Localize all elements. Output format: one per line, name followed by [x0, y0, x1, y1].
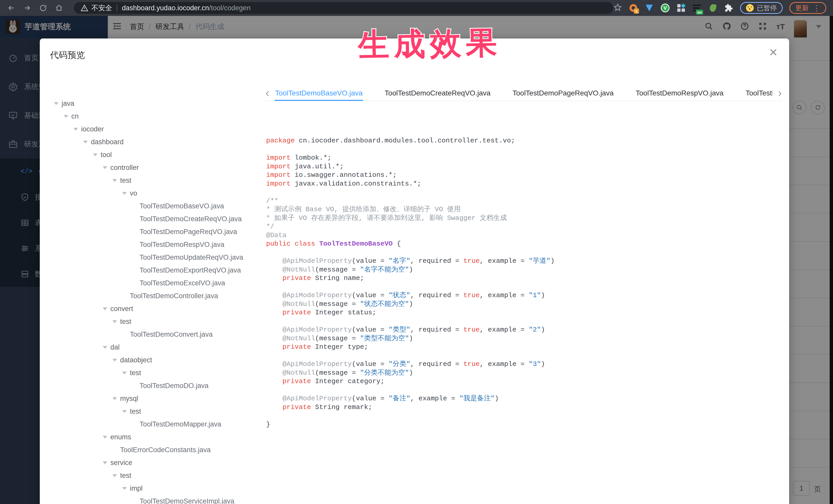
tree-expand-caret-icon[interactable]: [93, 153, 101, 156]
code-line: [266, 283, 781, 291]
extension-grid-icon[interactable]: [676, 3, 686, 13]
code-preview-modal: 代码预览 ✕ javacniocoderdashboardtoolcontrol…: [40, 39, 789, 504]
tree-expand-caret-icon[interactable]: [103, 346, 110, 349]
tree-expand-caret-icon[interactable]: [103, 166, 110, 169]
tree-folder[interactable]: vo: [54, 187, 262, 200]
tree-expand-caret-icon[interactable]: [112, 474, 120, 477]
extension-badge-icon[interactable]: 1: [629, 3, 638, 13]
tree-node-label: ToolTestDemoServiceImpl.java: [140, 497, 234, 504]
modal-title: 代码预览: [50, 49, 85, 61]
code-view[interactable]: package cn.iocoder.dashboard.modules.too…: [266, 137, 781, 429]
code-tab-1[interactable]: ToolTestDemoCreateReqVO.java: [384, 88, 491, 101]
tree-folder[interactable]: test: [54, 366, 262, 379]
browser-menu-dots-icon[interactable]: ⋮: [813, 6, 820, 10]
close-icon[interactable]: ✕: [769, 47, 778, 58]
extension-green-v-icon[interactable]: V: [661, 3, 670, 13]
code-line: import javax.validation.constraints.*;: [266, 179, 781, 188]
url-host: dashboard.yudao.iocoder.cn: [122, 4, 209, 12]
code-line: public class ToolTestDemoBaseVO {: [266, 240, 781, 248]
tree-file[interactable]: ToolErrorCodeConstants.java: [54, 443, 262, 456]
code-line: private Integer category;: [266, 377, 781, 386]
tree-file[interactable]: ToolTestDemoDO.java: [54, 379, 262, 392]
tree-file[interactable]: ToolTestDemoController.java: [54, 289, 262, 302]
tree-node-label: iocoder: [81, 125, 104, 133]
tree-folder[interactable]: dashboard: [54, 136, 262, 148]
code-tab-3[interactable]: ToolTestDemoRespVO.java: [635, 88, 724, 101]
tree-file[interactable]: ToolTestDemoPageReqVO.java: [54, 225, 262, 238]
tree-expand-caret-icon[interactable]: [122, 410, 130, 413]
browser-reload-icon[interactable]: [39, 3, 48, 13]
tree-folder[interactable]: tool: [54, 148, 262, 161]
tree-folder[interactable]: dataobject: [54, 354, 262, 366]
tree-file[interactable]: ToolTestDemoExcelVO.java: [54, 277, 262, 289]
code-tab-4[interactable]: ToolTestDemoUpdateReqVO.java: [745, 88, 773, 101]
tree-expand-caret-icon[interactable]: [112, 397, 120, 400]
tree-file[interactable]: ToolTestDemoConvert.java: [54, 328, 262, 341]
code-tab-0[interactable]: ToolTestDemoBaseVO.java: [275, 88, 363, 101]
update-label: 更新: [795, 4, 809, 13]
tabs-scroll-right-icon[interactable]: [776, 90, 783, 98]
file-tree: javacniocoderdashboardtoolcontrollertest…: [54, 97, 262, 504]
chrome-update-button[interactable]: 更新 ⋮: [789, 2, 826, 14]
tree-folder[interactable]: dal: [54, 341, 262, 354]
profile-paused-badge[interactable]: 已暂停: [740, 2, 783, 14]
tree-folder[interactable]: iocoder: [54, 123, 262, 136]
tree-expand-caret-icon[interactable]: [122, 192, 130, 195]
tree-folder[interactable]: convert: [54, 302, 262, 315]
tree-folder[interactable]: test: [54, 174, 262, 187]
tree-folder[interactable]: test: [54, 405, 262, 418]
tree-node-label: cn: [71, 113, 79, 120]
tree-expand-caret-icon[interactable]: [73, 128, 81, 130]
code-line: private Integer status;: [266, 309, 781, 317]
tree-folder[interactable]: mysql: [54, 392, 262, 405]
tree-expand-caret-icon[interactable]: [122, 371, 130, 375]
tree-expand-caret-icon[interactable]: [103, 307, 110, 310]
address-divider: [117, 5, 117, 11]
code-line: import java.util.*;: [266, 163, 781, 171]
address-bar[interactable]: 不安全 dashboard.yudao.iocoder.cn/tool/code…: [74, 2, 613, 14]
tree-file[interactable]: ToolTestDemoUpdateReqVO.java: [54, 251, 262, 264]
tree-folder[interactable]: impl: [54, 482, 262, 495]
tree-folder[interactable]: test: [54, 315, 262, 328]
tree-folder[interactable]: service: [54, 456, 262, 469]
tree-node-label: ToolTestDemoExcelVO.java: [140, 279, 225, 287]
extension-list-on-icon[interactable]: on: [692, 3, 701, 13]
code-tab-2[interactable]: ToolTestDemoPageReqVO.java: [512, 88, 614, 101]
code-line: @ApiModelProperty(value = "备注", example …: [266, 394, 781, 403]
code-line: [266, 317, 781, 326]
tree-expand-caret-icon[interactable]: [103, 436, 110, 438]
tree-file[interactable]: ToolTestDemoExportReqVO.java: [54, 264, 262, 277]
browser-forward-icon[interactable]: [23, 3, 32, 13]
tree-node-label: ToolErrorCodeConstants.java: [120, 446, 211, 454]
tree-expand-caret-icon[interactable]: [112, 320, 120, 323]
tree-expand-caret-icon[interactable]: [112, 179, 120, 182]
tree-folder[interactable]: cn: [54, 110, 262, 123]
tree-folder[interactable]: controller: [54, 161, 262, 174]
tree-file[interactable]: ToolTestDemoCreateReqVO.java: [54, 213, 262, 225]
tree-file[interactable]: ToolTestDemoServiceImpl.java: [54, 495, 262, 504]
bookmark-star-icon[interactable]: [613, 3, 622, 13]
tree-expand-caret-icon[interactable]: [112, 359, 120, 362]
tree-expand-caret-icon[interactable]: [83, 141, 91, 143]
code-line: @Data: [266, 231, 781, 240]
extensions-puzzle-icon[interactable]: [724, 3, 733, 13]
browser-home-icon[interactable]: [54, 3, 64, 13]
tree-expand-caret-icon[interactable]: [54, 102, 62, 105]
tree-file[interactable]: ToolTestDemoRespVO.java: [54, 238, 262, 251]
tree-file[interactable]: ToolTestDemoBaseVO.java: [54, 200, 262, 213]
tree-node-label: ToolTestDemoBaseVO.java: [140, 202, 224, 210]
tree-folder[interactable]: java: [54, 97, 262, 110]
tabs-scroll-left-icon[interactable]: [264, 90, 271, 98]
extension-leaf-icon[interactable]: [708, 3, 717, 13]
code-line: * 测试示例 Base VO, 提供给添加、修改、详细的子 VO 使用: [266, 205, 781, 214]
code-line: }: [266, 421, 781, 429]
tree-file[interactable]: ToolTestDemoMapper.java: [54, 418, 262, 431]
tree-expand-caret-icon[interactable]: [103, 461, 110, 464]
tree-expand-caret-icon[interactable]: [64, 115, 71, 118]
extension-gem-icon[interactable]: [645, 3, 654, 13]
tree-expand-caret-icon[interactable]: [122, 487, 130, 490]
tree-folder[interactable]: test: [54, 469, 262, 482]
browser-back-icon[interactable]: [7, 3, 16, 13]
tree-node-label: ToolTestDemoController.java: [130, 292, 218, 300]
tree-folder[interactable]: enums: [54, 431, 262, 443]
